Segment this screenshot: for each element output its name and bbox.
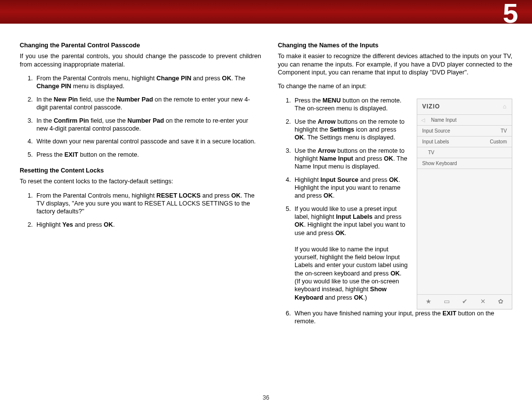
step: Use the Arrow buttons on the remote to h… — [293, 147, 408, 171]
left-column: Changing the Parental Control Passcode I… — [20, 41, 261, 334]
tv-row-input-labels: Input Labels Custom — [417, 137, 512, 147]
chapter-header: 5 — [0, 0, 532, 24]
section-intro: If you use the parental controls, you sh… — [20, 52, 261, 68]
tv-brand: VIZIO — [422, 103, 440, 111]
page-number: 36 — [0, 394, 532, 401]
input-steps-cont: When you have finished naming your input… — [278, 309, 512, 326]
tv-row-input-source: Input Source TV — [417, 126, 512, 137]
step: Use the Arrow buttons on the remote to h… — [293, 118, 408, 142]
tv-row-custom-value: TV — [417, 147, 512, 158]
step: In the New Pin field, use the Number Pad… — [34, 96, 261, 112]
step: Highlight Yes and press OK. — [34, 221, 261, 229]
section-intro: To make it easier to recognize the diffe… — [278, 52, 512, 76]
step: If you would like to use a preset input … — [293, 205, 408, 302]
step: In the Confirm Pin field, use the Number… — [34, 117, 261, 133]
breadcrumb-label: Name Input — [431, 117, 457, 123]
step: Write down your new parental control pas… — [34, 137, 261, 145]
section-heading-reset: Resetting the Content Locks — [20, 167, 261, 174]
v-icon: ✔ — [462, 298, 467, 306]
back-icon: ◁ — [421, 117, 425, 123]
step: Press the MENU button on the remote. The… — [293, 97, 408, 113]
right-column: Changing the Names of the Inputs To make… — [278, 41, 512, 334]
home-icon: ⌂ — [503, 103, 507, 111]
step: Press the EXIT button on the remote. — [34, 151, 261, 159]
tv-row-show-keyboard: Show Keyboard — [417, 158, 512, 169]
section-intro: To reset the content locks to the factor… — [20, 177, 261, 185]
input-steps: Press the MENU button on the remote. The… — [278, 97, 408, 302]
step: When you have finished naming your input… — [293, 309, 512, 326]
step: From the Parental Controls menu, highlig… — [34, 74, 261, 91]
gear-icon: ✿ — [498, 298, 503, 306]
x-icon: ✕ — [480, 298, 486, 306]
reset-steps: From the Parental Controls menu, highlig… — [20, 192, 261, 229]
tv-menu-footer: ★ ▭ ✔ ✕ ✿ — [417, 294, 512, 309]
star-icon: ★ — [426, 298, 432, 306]
lead-text: To change the name of an input: — [278, 82, 512, 90]
tv-menu-breadcrumb: ◁ Name Input — [417, 115, 512, 126]
chapter-number: 5 — [503, 0, 518, 29]
input-steps-wrap: Press the MENU button on the remote. The… — [278, 97, 408, 309]
step: From the Parental Controls menu, highlig… — [34, 192, 261, 216]
page-content: Changing the Parental Control Passcode I… — [0, 24, 532, 334]
step: Highlight Input Source and press OK. Hig… — [293, 176, 408, 200]
tv-menu-header: VIZIO ⌂ — [417, 99, 512, 115]
pip-icon: ▭ — [444, 298, 450, 306]
section-heading-passcode: Changing the Parental Control Passcode — [20, 41, 261, 49]
section-heading-inputs: Changing the Names of the Inputs — [278, 41, 512, 49]
tv-menu-mock: VIZIO ⌂ ◁ Name Input Input Source TV Inp… — [417, 99, 512, 309]
passcode-steps: From the Parental Controls menu, highlig… — [20, 74, 261, 159]
